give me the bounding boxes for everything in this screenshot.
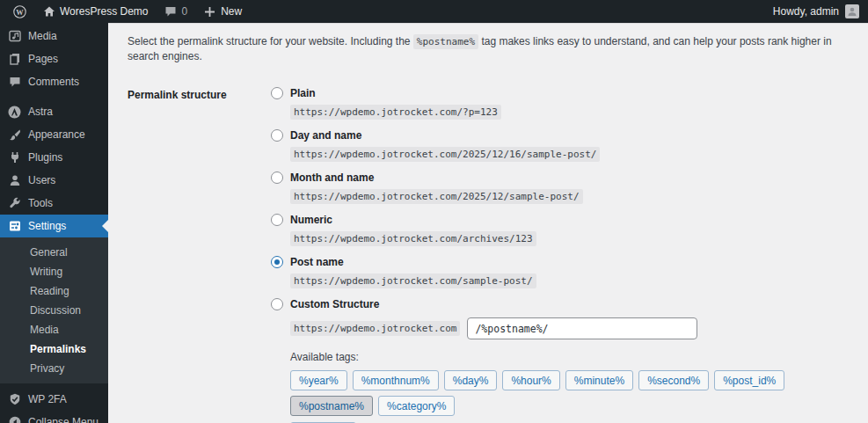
howdy-admin-link[interactable]: Howdy, admin xyxy=(773,5,839,18)
users-icon xyxy=(8,174,21,187)
permalink-settings-content: Select the permalink structure for your … xyxy=(108,23,868,423)
radio-circle-custom-structure[interactable] xyxy=(271,298,283,310)
example-url-month-name: https://wpdemo.jotrocket.com/2025/12/sam… xyxy=(290,189,583,204)
option-label-day-name: Day and name xyxy=(290,129,361,142)
submenu-item-media[interactable]: Media xyxy=(0,320,108,339)
option-label-month-name: Month and name xyxy=(290,171,374,184)
option-label-numeric: Numeric xyxy=(290,214,332,226)
radio-circle-month-name[interactable] xyxy=(271,171,283,184)
permalink-structure-label: Permalink structure xyxy=(128,87,271,423)
submenu-item-permalinks[interactable]: Permalinks xyxy=(0,339,108,359)
submenu-item-discussion[interactable]: Discussion xyxy=(0,301,108,320)
tag-year-button[interactable]: %year% xyxy=(290,370,347,390)
option-plain: Plain https://wpdemo.jotrocket.com/?p=12… xyxy=(271,87,850,118)
comments-icon xyxy=(8,76,21,89)
plugin-icon xyxy=(8,151,21,164)
settings-icon xyxy=(8,220,21,233)
available-tags-label: Available tags: xyxy=(290,351,850,363)
radio-circle-plain[interactable] xyxy=(271,87,283,99)
sidebar-item-collapse-menu[interactable]: Collapse Menu xyxy=(0,411,108,423)
sidebar-item-media[interactable]: Media xyxy=(0,25,108,47)
radio-custom-structure[interactable]: Custom Structure xyxy=(271,298,850,310)
custom-structure-prefix: https://wpdemo.jotrocket.com xyxy=(290,321,460,336)
radio-circle-day-name[interactable] xyxy=(271,129,283,142)
user-avatar-icon[interactable] xyxy=(845,4,859,18)
svg-text:W: W xyxy=(16,8,24,16)
comment-bubble-icon xyxy=(164,5,177,18)
tag-monthnum-button[interactable]: %monthnum% xyxy=(353,370,439,390)
collapse-menu-icon xyxy=(8,416,21,423)
tag-second-button[interactable]: %second% xyxy=(638,370,709,390)
submenu-item-writing[interactable]: Writing xyxy=(0,262,108,281)
custom-structure-input[interactable] xyxy=(467,317,697,339)
radio-circle-numeric[interactable] xyxy=(271,214,283,226)
comments-count: 0 xyxy=(181,5,187,18)
option-custom-structure: Custom Structure https://wpdemo.jotrocke… xyxy=(271,298,850,339)
sidebar-item-appearance[interactable]: Appearance xyxy=(0,123,108,146)
tag-minute-button[interactable]: %minute% xyxy=(565,370,633,390)
radio-day-name[interactable]: Day and name xyxy=(271,129,850,142)
settings-submenu: General Writing Reading Discussion Media… xyxy=(0,237,108,383)
pages-icon xyxy=(8,53,21,66)
option-numeric: Numeric https://wpdemo.jotrocket.com/arc… xyxy=(271,214,850,244)
site-name: WoresPress Demo xyxy=(60,5,148,18)
radio-circle-post-name[interactable] xyxy=(271,256,283,268)
radio-numeric[interactable]: Numeric xyxy=(271,214,850,226)
sidebar-item-wp2fa[interactable]: WP 2FA xyxy=(0,388,108,411)
tag-postname-button[interactable]: %postname% xyxy=(290,396,373,416)
sidebar-item-plugins[interactable]: Plugins xyxy=(0,146,108,169)
tag-hour-button[interactable]: %hour% xyxy=(502,370,559,390)
intro-postname-code: %postname% xyxy=(413,34,478,49)
example-url-plain: https://wpdemo.jotrocket.com/?p=123 xyxy=(290,105,501,120)
new-label: New xyxy=(221,5,242,18)
appearance-brush-icon xyxy=(8,128,21,142)
tools-wrench-icon xyxy=(8,197,21,210)
admin-bar: W WoresPress Demo 0 New Howdy, admin xyxy=(0,0,868,23)
submenu-item-general[interactable]: General xyxy=(0,243,108,262)
comments-moderation-link[interactable]: 0 xyxy=(157,0,193,23)
media-icon xyxy=(8,30,21,43)
wordpress-menu-button[interactable]: W xyxy=(7,0,33,23)
radio-plain[interactable]: Plain xyxy=(271,87,850,99)
option-post-name: Post name https://wpdemo.jotrocket.com/s… xyxy=(271,256,850,287)
site-name-link[interactable]: WoresPress Demo xyxy=(36,0,154,23)
radio-post-name[interactable]: Post name xyxy=(271,256,850,268)
wordpress-logo-icon: W xyxy=(13,5,26,18)
plus-icon xyxy=(203,5,216,18)
option-label-plain: Plain xyxy=(290,87,316,99)
option-day-name: Day and name https://wpdemo.jotrocket.co… xyxy=(271,129,850,160)
sidebar-item-users[interactable]: Users xyxy=(0,169,108,192)
option-label-custom-structure: Custom Structure xyxy=(290,298,379,310)
sidebar-item-comments[interactable]: Comments xyxy=(0,70,108,93)
tag-day-button[interactable]: %day% xyxy=(444,370,498,390)
tag-post-id-button[interactable]: %post_id% xyxy=(714,370,784,390)
example-url-post-name: https://wpdemo.jotrocket.com/sample-post… xyxy=(290,273,536,288)
option-label-post-name: Post name xyxy=(290,256,344,268)
submenu-item-reading[interactable]: Reading xyxy=(0,281,108,301)
new-content-button[interactable]: New xyxy=(197,0,248,23)
permalink-intro-text: Select the permalink structure for your … xyxy=(128,34,850,64)
home-icon xyxy=(42,5,55,18)
sidebar-item-settings[interactable]: Settings xyxy=(0,215,108,237)
astra-logo-icon xyxy=(8,106,21,119)
example-url-day-name: https://wpdemo.jotrocket.com/2025/12/16/… xyxy=(290,147,600,162)
sidebar-item-pages[interactable]: Pages xyxy=(0,47,108,70)
intro-text-before: Select the permalink structure for your … xyxy=(128,35,413,47)
permalink-options: Plain https://wpdemo.jotrocket.com/?p=12… xyxy=(271,87,850,423)
example-url-numeric: https://wpdemo.jotrocket.com/archives/12… xyxy=(290,231,536,246)
tag-category-button[interactable]: %category% xyxy=(378,396,455,416)
available-tags: %year% %monthnum% %day% %hour% %minute% … xyxy=(290,370,850,423)
menu-separator xyxy=(0,93,108,100)
option-month-name: Month and name https://wpdemo.jotrocket.… xyxy=(271,171,850,202)
admin-sidebar: Media Pages Comments Astra Appearance Pl… xyxy=(0,23,108,423)
submenu-item-privacy[interactable]: Privacy xyxy=(0,359,108,378)
wp2fa-shield-icon xyxy=(8,393,21,406)
sidebar-item-tools[interactable]: Tools xyxy=(0,192,108,215)
sidebar-item-astra[interactable]: Astra xyxy=(0,100,108,123)
radio-month-name[interactable]: Month and name xyxy=(271,171,850,184)
